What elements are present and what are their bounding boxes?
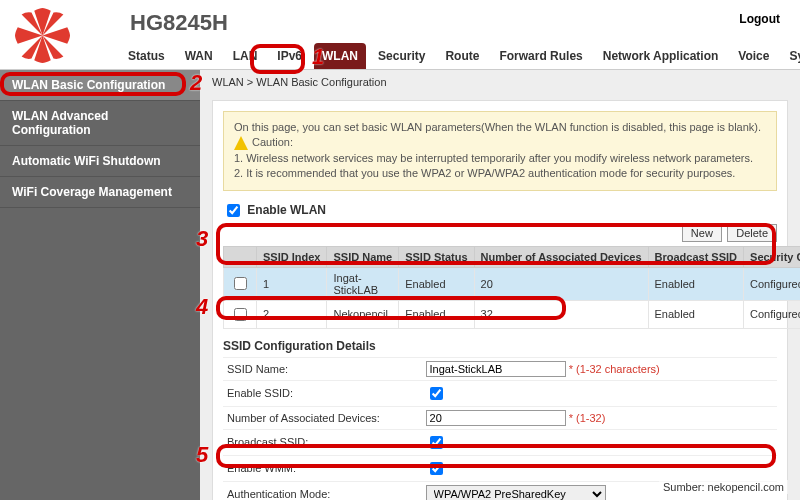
header: HG8245H Logout Status WAN LAN IPv6 WLAN … [0, 0, 800, 70]
tab-wlan[interactable]: WLAN [314, 43, 366, 69]
tab-route[interactable]: Route [437, 43, 487, 69]
assoc-hint: * (1-32) [569, 412, 606, 424]
assoc-input[interactable] [426, 410, 566, 426]
caution-label: Caution: [252, 135, 293, 150]
col-security: Security Configuration [744, 246, 800, 267]
auth-mode-select[interactable]: WPA/WPA2 PreSharedKey [426, 485, 606, 500]
enable-ssid-label: Enable SSID: [223, 380, 422, 406]
tab-voice[interactable]: Voice [730, 43, 777, 69]
details-heading: SSID Configuration Details [223, 335, 777, 357]
ssid-name-label: SSID Name: [223, 357, 422, 380]
tab-wan[interactable]: WAN [177, 43, 221, 69]
broadcast-checkbox[interactable] [430, 436, 443, 449]
delete-button[interactable]: Delete [727, 224, 777, 242]
content-pane: WLAN > WLAN Basic Configuration On this … [200, 70, 800, 500]
col-broadcast: Broadcast SSID [648, 246, 744, 267]
sidebar-item-wlan-advanced[interactable]: WLAN Advanced Configuration [0, 101, 200, 146]
tab-forward-rules[interactable]: Forward Rules [491, 43, 590, 69]
caution-box: On this page, you can set basic WLAN par… [223, 111, 777, 191]
tab-system-tools[interactable]: System Tools [781, 43, 800, 69]
broadcast-label: Broadcast SSID: [223, 429, 422, 455]
row-select-checkbox[interactable] [234, 308, 247, 321]
side-menu: WLAN Basic Configuration WLAN Advanced C… [0, 70, 200, 500]
row-select-checkbox[interactable] [234, 277, 247, 290]
wmm-checkbox[interactable] [430, 462, 443, 475]
tab-status[interactable]: Status [120, 43, 173, 69]
tab-ipv6[interactable]: IPv6 [269, 43, 310, 69]
notice-line: 2. It is recommended that you use the WP… [234, 166, 766, 181]
logout-link[interactable]: Logout [739, 12, 780, 26]
table-row[interactable]: 1 Ingat-StickLAB Enabled 20 Enabled Conf… [224, 267, 801, 300]
enable-ssid-checkbox[interactable] [430, 387, 443, 400]
ssid-name-input[interactable] [426, 361, 566, 377]
ssid-table: SSID Index SSID Name SSID Status Number … [223, 246, 800, 329]
notice-line: 1. Wireless network services may be inte… [234, 151, 766, 166]
top-nav: Status WAN LAN IPv6 WLAN Security Route … [120, 43, 800, 69]
ssid-name-hint: * (1-32 characters) [569, 363, 660, 375]
enable-wlan-label: Enable WLAN [247, 202, 326, 216]
breadcrumb: WLAN > WLAN Basic Configuration [200, 70, 800, 94]
huawei-logo [15, 8, 70, 63]
col-ssid-status: SSID Status [399, 246, 474, 267]
tab-security[interactable]: Security [370, 43, 433, 69]
tab-lan[interactable]: LAN [225, 43, 266, 69]
sidebar-item-auto-wifi-shutdown[interactable]: Automatic WiFi Shutdown [0, 146, 200, 177]
warning-icon [234, 136, 248, 150]
image-credit: Sumber: nekopencil.com [659, 480, 788, 494]
tab-network-application[interactable]: Network Application [595, 43, 727, 69]
notice-line: On this page, you can set basic WLAN par… [234, 120, 766, 135]
wmm-label: Enable WMM: [223, 455, 422, 481]
col-assoc: Number of Associated Devices [474, 246, 648, 267]
assoc-label: Number of Associated Devices: [223, 406, 422, 429]
auth-mode-label: Authentication Mode: [223, 481, 422, 500]
model-title: HG8245H [130, 10, 228, 36]
ssid-form: SSID Name: * (1-32 characters) Enable SS… [223, 357, 777, 500]
sidebar-item-wifi-coverage[interactable]: WiFi Coverage Management [0, 177, 200, 208]
col-ssid-index: SSID Index [257, 246, 327, 267]
table-row[interactable]: 2 Nekopencil Enabled 32 Enabled Configur… [224, 300, 801, 328]
new-button[interactable]: New [682, 224, 722, 242]
enable-wlan-checkbox[interactable] [227, 204, 240, 217]
col-ssid-name: SSID Name [327, 246, 399, 267]
sidebar-item-wlan-basic[interactable]: WLAN Basic Configuration [0, 70, 200, 101]
